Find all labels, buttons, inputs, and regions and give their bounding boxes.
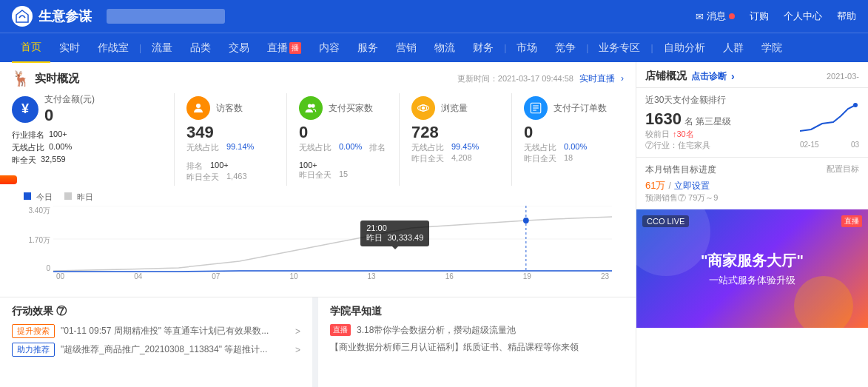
sub-order-value: 0 — [524, 123, 612, 142]
sub-order-sub: 无线占比 0.00% — [524, 142, 612, 153]
shop-rank-number: 1630 — [645, 110, 682, 129]
deer-mascot-icon: 🦌 — [12, 70, 30, 87]
sub-order-card: 支付子订单数 0 无线占比 0.00% 昨日全天 18 — [512, 93, 624, 186]
shop-diagnose-link[interactable]: 点击诊断 — [691, 70, 727, 83]
shop-industry: ⑦行业：住宅家具 — [645, 140, 731, 151]
order-button[interactable]: 订购 — [750, 10, 769, 23]
sub-order-yesterday: 昨日全天 18 — [524, 153, 612, 164]
nav-item-academy[interactable]: 学院 — [753, 33, 791, 63]
academy-item-1: 直播 3.18带你学会数据分析，攒动超级流量池 — [330, 324, 624, 337]
nav-item-business[interactable]: 业务专区 — [590, 33, 649, 63]
sub-order-icon — [524, 96, 548, 120]
nav-item-realtime[interactable]: 实时 — [50, 33, 89, 63]
main-content: 三月活动 🦌 实时概况 更新时间：2021-03-17 09:44:58 实时直… — [0, 62, 868, 387]
logo-text: 生意参谋 — [38, 7, 92, 25]
message-button[interactable]: ✉ 消息 — [696, 10, 735, 23]
nav-item-finance[interactable]: 财务 — [464, 33, 502, 63]
nav-item-analysis[interactable]: 自助分析 — [655, 33, 714, 63]
target-config[interactable]: 配置目标 — [827, 164, 859, 176]
x-label-19: 19 — [523, 272, 531, 280]
target-amount: 61万 — [645, 179, 665, 192]
svg-point-1 — [308, 104, 312, 107]
stat-cards: 访客数 349 无线占比 99.14% 排名 100+ 昨日全天 — [175, 93, 624, 186]
visitor-sub: 无线占比 99.14% 排名 100+ — [186, 142, 275, 172]
target-set-link[interactable]: 立即设置 — [674, 180, 710, 192]
visitor-yesterday: 昨日全天 1,463 — [186, 172, 275, 183]
pageview-value: 728 — [411, 123, 499, 142]
visitor-label: 访客数 — [216, 102, 243, 115]
chart-with-yaxis: 3.40万 1.70万 0 — [24, 206, 612, 272]
target-label-row: 本月销售目标进度 配置目标 — [645, 164, 859, 176]
pageview-label: 浏览量 — [441, 102, 468, 115]
rank-up-value: ↑30名 — [673, 129, 694, 140]
nav-item-market[interactable]: 市场 — [508, 33, 546, 63]
nav-item-marketing[interactable]: 营销 — [387, 33, 425, 63]
promo-banner[interactable]: CCO LIVE 直播 "商家服务大厅" 一站式服务体验升级 — [636, 209, 868, 328]
action-arrow-1[interactable]: > — [295, 326, 300, 337]
academy-item-2: 【商业数据分析师三月认证福利】纸质证书、精品课程等你来领 — [330, 341, 624, 354]
shop-rank-info: 近30天支付金额排行 1630 名 第三星级 较前日 ↑30名 ⑦行业：住宅家具 — [645, 94, 731, 151]
x-label-16: 16 — [445, 272, 454, 280]
action-arrow-2[interactable]: > — [295, 345, 300, 355]
nav-item-service[interactable]: 服务 — [349, 33, 387, 63]
help-button[interactable]: 帮助 — [837, 10, 856, 23]
nav-item-logistics[interactable]: 物流 — [425, 33, 464, 63]
nav-divider-2: | — [504, 43, 506, 53]
nav-item-competition[interactable]: 竞争 — [546, 33, 585, 63]
pageview-sub: 无线占比 99.45% — [411, 142, 499, 153]
y-label-top: 3.40万 — [24, 206, 50, 216]
y-label-mid: 1.70万 — [24, 235, 50, 246]
target-predict: 预测销售⑦ 79万～9 — [645, 192, 859, 203]
account-button[interactable]: 个人中心 — [784, 10, 822, 23]
svg-point-2 — [311, 104, 314, 107]
x-label-10: 10 — [289, 272, 297, 280]
message-dot — [729, 13, 735, 19]
pay-amount-meta: 行业排名 100+ 无线占比 0.00% 昨全天 32,559 — [12, 129, 162, 166]
action-item-2: 助力推荐 "超级推荐_商品推广_20210308_113834" 等超推计...… — [12, 343, 300, 357]
realtime-live-link[interactable]: 实时直播 — [579, 73, 615, 85]
nav-divider-1: | — [139, 43, 141, 53]
svg-point-0 — [196, 104, 201, 108]
nav-bar: 首页 实时 作战室 | 流量 品类 交易 直播播 内容 服务 营销 物流 财务 … — [0, 33, 868, 62]
nav-item-content[interactable]: 内容 — [310, 33, 349, 63]
action-text-1: "01-11 09:57 周期精准投" 等直通车计划已有效果数... — [61, 325, 289, 337]
left-panel: 三月活动 🦌 实时概况 更新时间：2021-03-17 09:44:58 实时直… — [0, 62, 636, 387]
nav-item-traffic[interactable]: 流量 — [143, 33, 181, 63]
nav-item-live[interactable]: 直播播 — [258, 33, 310, 63]
academy-section: 学院早知道 直播 3.18带你学会数据分析，攒动超级流量池 【商业数据分析师三月… — [318, 297, 636, 387]
arrow-right-icon: › — [621, 73, 624, 84]
header-blurred-info — [107, 9, 225, 24]
pay-industry-rank: 行业排名 100+ — [12, 129, 162, 141]
nav-item-audience[interactable]: 人群 — [714, 33, 753, 63]
pay-wireless-ratio: 无线占比 0.00% — [12, 142, 162, 153]
nav-item-trade[interactable]: 交易 — [220, 33, 258, 63]
nav-item-category[interactable]: 品类 — [181, 33, 220, 63]
realtime-stats: 🦌 实时概况 更新时间：2021-03-17 09:44:58 实时直播 › ¥ — [0, 62, 636, 297]
nav-item-home[interactable]: 首页 — [12, 33, 50, 63]
logo-icon — [12, 6, 33, 27]
x-axis: 00 04 07 10 13 16 19 23 — [24, 272, 612, 280]
promo-live-label: 直播 — [841, 215, 862, 227]
chart-body: 21:00 昨日 30,333.49 — [53, 206, 612, 272]
target-separator: / — [668, 181, 670, 191]
buyer-sub: 无线占比 0.00% 排名 100+ — [299, 142, 387, 169]
action-tag-2[interactable]: 助力推荐 — [12, 343, 55, 357]
shop-rank-num-row: 1630 名 第三星级 — [645, 110, 731, 129]
shop-target-section: 本月销售目标进度 配置目标 61万 / 立即设置 预测销售⑦ 79万～9 — [636, 158, 868, 209]
today-legend: 今日 — [24, 192, 53, 203]
pay-amount-labels: 支付金额(元) 0 — [44, 93, 95, 125]
nav-item-warroom[interactable]: 作战室 — [89, 33, 138, 63]
academy-live-tag-1[interactable]: 直播 — [330, 324, 351, 336]
x-label-07: 07 — [212, 272, 220, 280]
x-label-13: 13 — [368, 272, 376, 280]
academy-title: 学院早知道 — [330, 305, 624, 318]
march-activity-tab[interactable]: 三月活动 — [0, 175, 17, 184]
pageview-icon — [411, 96, 435, 120]
realtime-update-info: 更新时间：2021-03-17 09:44:58 实时直播 › — [457, 73, 624, 85]
action-item-1: 提升搜索 "01-11 09:57 周期精准投" 等直通车计划已有效果数... … — [12, 324, 300, 338]
realtime-title-text: 实时概况 — [35, 72, 79, 86]
action-title: 行动效果 ⑦ — [12, 305, 300, 318]
mini-chart-start: 02-15 — [800, 141, 819, 149]
action-tag-1[interactable]: 提升搜索 — [12, 324, 55, 338]
visitor-card: 访客数 349 无线占比 99.14% 排名 100+ 昨日全天 — [175, 93, 287, 186]
